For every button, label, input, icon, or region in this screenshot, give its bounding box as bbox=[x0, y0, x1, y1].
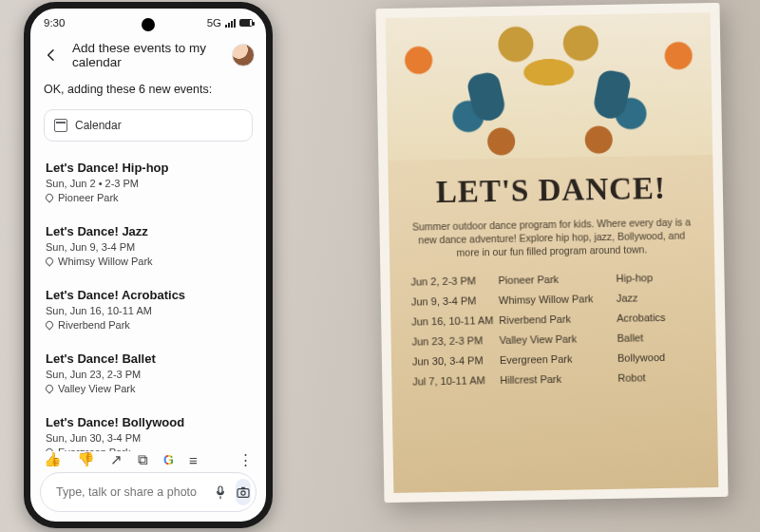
schedule-date: Jun 2, 2-3 PM bbox=[410, 275, 498, 288]
calendar-chip[interactable]: Calendar bbox=[44, 109, 253, 142]
mic-icon bbox=[213, 484, 228, 500]
schedule-style: Ballet bbox=[617, 331, 694, 343]
poster-blurb: Summer outdoor dance program for kids. W… bbox=[409, 215, 694, 260]
event-item[interactable]: Let's Dance! BalletSun, Jun 23, 2-3 PMVa… bbox=[44, 342, 253, 406]
copy-icon[interactable]: ⧉ bbox=[138, 451, 148, 466]
event-item[interactable]: Let's Dance! Hip-hopSun, Jun 2 • 2-3 PMP… bbox=[44, 151, 253, 215]
share-icon[interactable]: ↗ bbox=[110, 451, 123, 466]
confirmation-text: OK, adding these 6 new events: bbox=[44, 83, 253, 96]
event-title: Let's Dance! Ballet bbox=[46, 352, 251, 366]
event-location: Valley View Park bbox=[46, 383, 251, 394]
thumbs-up-icon[interactable]: 👍 bbox=[44, 451, 62, 466]
location-pin-icon bbox=[44, 383, 54, 393]
calendar-icon bbox=[54, 119, 67, 132]
network-label: 5G bbox=[207, 17, 221, 28]
poster-illustration bbox=[386, 12, 713, 161]
thumbs-down-icon[interactable]: 👎 bbox=[77, 451, 95, 466]
schedule-style: Jazz bbox=[617, 291, 694, 303]
calendar-chip-label: Calendar bbox=[75, 119, 122, 132]
event-time: Sun, Jun 2 • 2-3 PM bbox=[46, 178, 251, 189]
schedule-park: Riverbend Park bbox=[499, 312, 617, 325]
svg-point-1 bbox=[241, 491, 245, 495]
schedule-style: Hip-hop bbox=[616, 271, 694, 283]
event-location: Pioneer Park bbox=[46, 192, 251, 203]
google-icon[interactable]: G bbox=[163, 452, 174, 466]
event-item[interactable]: Let's Dance! JazzSun, Jun 9, 3-4 PMWhims… bbox=[44, 215, 253, 278]
camera-icon bbox=[236, 484, 251, 500]
mic-button[interactable] bbox=[213, 479, 228, 505]
event-time: Sun, Jun 16, 10-11 AM bbox=[46, 305, 251, 316]
schedule-date: Jul 7, 10-11 AM bbox=[412, 373, 500, 387]
events-list: Let's Dance! Hip-hopSun, Jun 2 • 2-3 PMP… bbox=[44, 151, 253, 451]
schedule-park: Evergreen Park bbox=[500, 352, 618, 365]
event-time: Sun, Jun 23, 2-3 PM bbox=[46, 369, 251, 380]
event-title: Let's Dance! Bollywood bbox=[46, 415, 251, 429]
poster-title: LET'S DANCE! bbox=[409, 170, 694, 210]
location-pin-icon bbox=[44, 446, 54, 451]
schedule-park: Whimsy Willow Park bbox=[499, 292, 617, 305]
more-icon[interactable]: ⋮ bbox=[238, 451, 253, 466]
avatar[interactable] bbox=[232, 44, 255, 66]
event-location: Riverbend Park bbox=[46, 319, 251, 331]
event-item[interactable]: Let's Dance! BollywoodSun, Jun 30, 3-4 P… bbox=[44, 406, 253, 451]
camera-button[interactable] bbox=[236, 479, 251, 505]
composer-input[interactable] bbox=[56, 485, 205, 499]
schedule-date: Jun 23, 2-3 PM bbox=[411, 333, 499, 347]
event-title: Let's Dance! Jazz bbox=[46, 224, 251, 238]
poster-schedule: Jun 2, 2-3 PMPioneer ParkHip-hopJun 9, 3… bbox=[410, 271, 695, 387]
camera-hole bbox=[142, 18, 155, 31]
clock: 9:30 bbox=[44, 17, 65, 28]
schedule-park: Pioneer Park bbox=[498, 272, 616, 285]
event-time: Sun, Jun 30, 3-4 PM bbox=[46, 432, 251, 444]
suggestion-action-row: 👍 👎 ↗ ⧉ G ≡ ⋮ bbox=[30, 451, 266, 466]
event-time: Sun, Jun 9, 3-4 PM bbox=[46, 241, 251, 253]
back-button[interactable] bbox=[42, 46, 61, 65]
composer bbox=[40, 472, 256, 512]
schedule-date: Jun 16, 10-11 AM bbox=[411, 314, 499, 328]
location-pin-icon bbox=[44, 192, 54, 202]
arrow-left-icon bbox=[44, 48, 59, 63]
location-pin-icon bbox=[44, 319, 54, 330]
tune-icon[interactable]: ≡ bbox=[189, 452, 198, 467]
signal-icon bbox=[225, 19, 236, 28]
phone-mockup: 9:30 5G Add these events to my calendar … bbox=[24, 2, 273, 528]
schedule-style: Robot bbox=[618, 370, 695, 383]
event-item[interactable]: Let's Dance! AcrobaticsSun, Jun 16, 10-1… bbox=[44, 278, 253, 342]
page-title: Add these events to my calendar bbox=[72, 41, 220, 69]
schedule-date: Jun 30, 3-4 PM bbox=[412, 353, 500, 367]
event-title: Let's Dance! Acrobatics bbox=[46, 288, 251, 302]
battery-icon bbox=[239, 19, 253, 27]
schedule-style: Bollywood bbox=[618, 351, 695, 363]
schedule-style: Acrobatics bbox=[617, 311, 694, 323]
poster: LET'S DANCE! Summer outdoor dance progra… bbox=[375, 3, 728, 503]
schedule-park: Hillcrest Park bbox=[500, 371, 618, 385]
location-pin-icon bbox=[44, 256, 54, 266]
app-bar: Add these events to my calendar bbox=[30, 37, 266, 79]
content-scroll[interactable]: OK, adding these 6 new events: Calendar … bbox=[30, 79, 266, 451]
svg-rect-0 bbox=[238, 489, 249, 498]
schedule-park: Valley View Park bbox=[499, 332, 617, 345]
schedule-date: Jun 9, 3-4 PM bbox=[411, 294, 499, 308]
event-location: Whimsy Willow Park bbox=[46, 256, 251, 267]
event-title: Let's Dance! Hip-hop bbox=[46, 161, 251, 175]
